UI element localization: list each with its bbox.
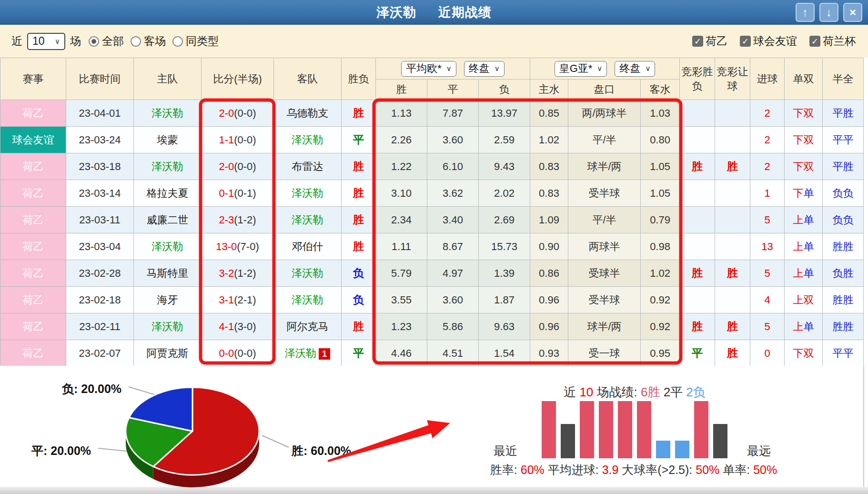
cell-league: 荷乙: [0, 180, 66, 207]
goals-text: 5: [764, 321, 770, 333]
cell-odd-even: 下双: [785, 100, 823, 127]
table-row: 荷乙23-03-11威廉二世2-3(1-2)泽沃勒胜2.343.402.691.…: [0, 207, 864, 233]
recent-end-label: 最近: [494, 443, 517, 459]
half-full-text: 胜胜: [833, 294, 854, 306]
team-name: 泽沃勒: [152, 241, 183, 252]
pie-label-draw: 平: 20.00%: [31, 443, 91, 459]
far-end-label: 最远: [747, 443, 771, 459]
cell-date: 23-02-18: [66, 287, 134, 313]
cell-goals: 13: [750, 233, 785, 260]
close-button[interactable]: ×: [843, 3, 862, 22]
table-row: 荷乙23-03-14格拉夫夏0-1(0-1)泽沃勒胜3.103.622.020.…: [0, 180, 864, 207]
cell-league: 荷乙: [0, 153, 66, 180]
cell-away-team: 泽沃勒1: [274, 340, 342, 367]
cell-score: 2-0(0-0): [202, 100, 274, 127]
league-checkbox-2[interactable]: ✓荷兰杯: [809, 34, 856, 49]
cell-jc-handicap: [715, 207, 750, 233]
score-halftime: (2-1): [234, 294, 256, 306]
cell-date: 23-03-18: [66, 153, 134, 180]
checkbox-label: 荷兰杯: [823, 34, 856, 49]
odds-stage-select[interactable]: 终盘 ∨: [464, 61, 505, 77]
half-full-text: 平胜: [833, 107, 854, 119]
cell-score: 13-0(7-0): [202, 233, 274, 260]
asia-source-select[interactable]: 皇G亚* ∨: [555, 61, 607, 77]
radio-icon: [89, 36, 99, 47]
col-header-result: 胜负: [342, 58, 376, 100]
jc-wdl-text: 胜: [692, 160, 703, 172]
cell-home-team: 格拉夫夏: [134, 180, 202, 207]
cell-result: 负: [342, 260, 376, 287]
odd-even-text: 下: [793, 187, 804, 199]
cell-league: 荷乙: [0, 287, 66, 313]
scope-radio-1[interactable]: 客场: [131, 34, 166, 49]
cell-odd-even: 上单: [785, 207, 823, 233]
cell-goals: 5: [750, 207, 785, 233]
cell-handicap: 球半/两: [568, 313, 641, 340]
cell-away-water: 0.98: [641, 233, 680, 260]
cell-handicap: 平/半: [568, 207, 641, 233]
match-count-select[interactable]: 10 ∨: [27, 33, 65, 50]
subcol-loss: 负: [479, 80, 530, 100]
cell-home-team: 泽沃勒: [134, 100, 202, 127]
subcol-draw: 平: [427, 80, 479, 100]
cell-goals: 0: [750, 340, 785, 367]
asia-stage-select[interactable]: 终盘 ∨: [615, 61, 655, 77]
cell-odds-win: 5.79: [376, 260, 427, 287]
jc-handicap-text: 胜: [727, 267, 738, 279]
goals-text: 2: [764, 134, 770, 146]
league-checkbox-1[interactable]: ✓球会友谊: [740, 34, 797, 49]
cell-half-full: 胜胜: [823, 233, 864, 260]
team-name: 邓伯什: [292, 241, 323, 252]
bottom-strip: [0, 487, 868, 494]
col-header-odd-even: 单双: [785, 58, 823, 100]
cell-league: 荷乙: [0, 260, 66, 287]
team-name: 泽沃勒: [152, 161, 183, 172]
cell-goals: 1: [750, 180, 785, 207]
col-header-date: 比赛时间: [66, 58, 134, 100]
subcol-win: 胜: [376, 80, 427, 100]
half-full-text: 平平: [833, 347, 854, 359]
odds-source-select[interactable]: 平均欧* ∨: [401, 61, 456, 77]
cell-result: 平: [342, 127, 376, 153]
cell-away-water: 1.05: [641, 153, 680, 180]
scroll-down-button[interactable]: ↓: [819, 3, 838, 22]
cell-odds-win: 2.34: [376, 207, 427, 233]
cell-jc-handicap: 胜: [715, 153, 750, 180]
cell-odds-draw: 4.97: [427, 260, 479, 287]
col-header-league: 赛事: [0, 58, 66, 100]
cell-score: 2-0(0-0): [202, 153, 274, 180]
cell-home-water: 0.96: [530, 287, 568, 313]
cell-result: 负: [342, 287, 376, 313]
league-checkbox-0[interactable]: ✓荷乙: [692, 34, 727, 49]
cell-odd-even: 上双: [785, 287, 823, 313]
result-text: 平: [353, 347, 364, 359]
cell-result: 胜: [342, 100, 376, 127]
cell-date: 23-03-24: [66, 127, 134, 153]
team-name: 海牙: [157, 294, 178, 306]
team-name: 泽沃勒: [285, 347, 316, 359]
cell-jc-wdl: [680, 287, 715, 313]
checkbox-label: 球会友谊: [753, 34, 797, 49]
score-halftime: (0-1): [234, 187, 256, 199]
cell-away-team: 乌德勒支: [274, 100, 342, 127]
cell-league: 荷乙: [0, 313, 66, 340]
scroll-up-button[interactable]: ↑: [796, 3, 815, 22]
score-fulltime: 2-3: [219, 214, 234, 226]
col-header-jc-wdl: 竞彩胜负: [680, 58, 715, 100]
cell-date: 23-02-28: [66, 260, 134, 287]
result-text: 胜: [353, 213, 364, 226]
cell-league: 荷乙: [0, 233, 66, 260]
team-name: 格拉夫夏: [147, 187, 189, 199]
scope-radio-0[interactable]: 全部: [89, 34, 124, 49]
scope-radio-2[interactable]: 同类型: [172, 34, 219, 49]
score-fulltime: 2-0: [219, 107, 234, 119]
cell-goals: 5: [750, 313, 785, 340]
cell-odd-even: 下单: [785, 180, 823, 207]
goals-text: 2: [764, 107, 770, 119]
cell-jc-handicap: [715, 127, 750, 153]
cell-goals: 4: [750, 287, 785, 313]
odd-even-text: 单: [804, 241, 814, 252]
bar-chart-title: 近 10 场战绩: 6胜 2平 2负: [532, 384, 737, 401]
radio-label: 同类型: [186, 34, 219, 49]
result-text: 负: [353, 267, 364, 279]
